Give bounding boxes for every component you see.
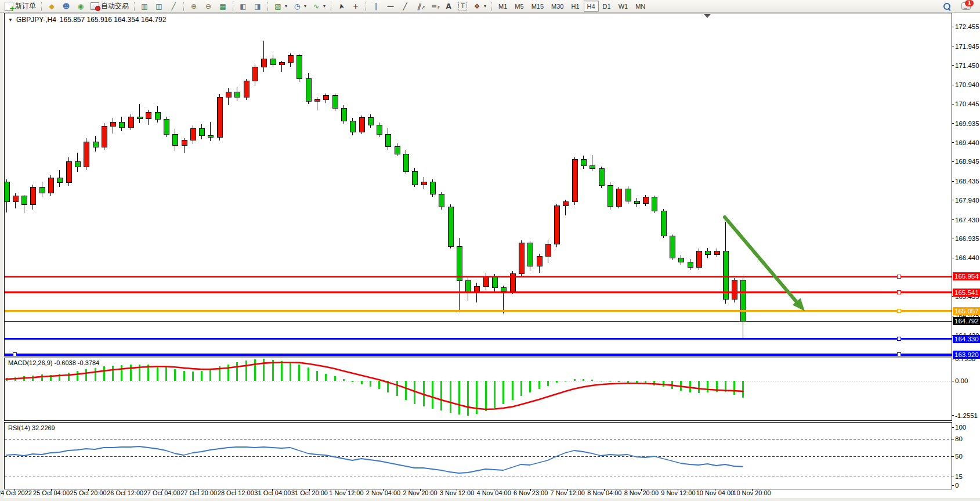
price-axis-label: 172.455 bbox=[955, 23, 980, 31]
rsi-axis-label: 80 bbox=[955, 435, 980, 443]
rsi-indicator-label: RSI(14) 32.2269 bbox=[8, 424, 55, 431]
timeframe-button-m5[interactable]: M5 bbox=[511, 1, 527, 12]
new-order-button[interactable]: 新订单 bbox=[2, 0, 38, 12]
time-axis-label: 25 Oct 20:00 bbox=[70, 489, 107, 496]
candle-chart-button[interactable]: ◫ bbox=[152, 0, 166, 12]
rsi-axis-label: 50 bbox=[955, 452, 980, 460]
profile-icon-button[interactable]: ☻ bbox=[59, 0, 73, 12]
candle-body bbox=[377, 125, 382, 135]
one-click-collapse-icon[interactable]: ▼ bbox=[8, 17, 13, 23]
candle-body bbox=[448, 207, 453, 247]
channel-button[interactable]: ∥E bbox=[413, 0, 426, 12]
chat-button[interactable]: 1 bbox=[959, 0, 973, 12]
candle-body bbox=[501, 288, 506, 291]
time-axis-label: 8 Nov 04:00 bbox=[587, 489, 621, 496]
timeframe-button-h4[interactable]: H4 bbox=[584, 1, 599, 12]
price-axis-label: 171.450 bbox=[955, 62, 980, 70]
price-axis-label: 166.440 bbox=[955, 254, 980, 262]
vertical-line-button[interactable]: | bbox=[369, 0, 383, 12]
candle-chart-icon: ◫ bbox=[154, 2, 164, 11]
arrange-windows-button[interactable]: ◨ bbox=[251, 0, 265, 12]
macd-axis-label: -1.2551 bbox=[955, 412, 980, 420]
new-chart-icon: ▧ bbox=[273, 2, 283, 11]
search-button[interactable] bbox=[941, 0, 953, 12]
line-anchor[interactable] bbox=[897, 309, 901, 313]
timeframe-button-h1[interactable]: H1 bbox=[567, 1, 583, 12]
time-axis-label: 26 Oct 12:00 bbox=[107, 489, 143, 496]
price-axis-label: 169.935 bbox=[955, 120, 980, 128]
candle-body bbox=[643, 197, 648, 204]
chart-canvas[interactable] bbox=[3, 13, 980, 498]
line-anchor[interactable] bbox=[897, 353, 901, 356]
candle-body bbox=[288, 56, 293, 63]
chart-title: ▼ GBPJPY-,H4 165.857 165.916 164.354 164… bbox=[8, 16, 166, 24]
period-button[interactable]: ◷▾ bbox=[290, 0, 309, 12]
new-chart-button[interactable]: ▧▾ bbox=[271, 0, 290, 12]
line-chart-button[interactable]: ╱ bbox=[167, 0, 180, 12]
candle-body bbox=[465, 280, 471, 291]
time-axis-label: 1 Nov 12:00 bbox=[329, 489, 363, 496]
arrows-button[interactable]: ❖▾ bbox=[470, 0, 489, 12]
timeframe-button-mn[interactable]: MN bbox=[632, 1, 649, 12]
horizontal-line-button[interactable]: — bbox=[384, 0, 397, 12]
candle-body bbox=[439, 194, 444, 207]
candle-body bbox=[146, 113, 151, 119]
price-badge-165.541: 165.541 bbox=[953, 289, 980, 297]
line-anchor[interactable] bbox=[897, 291, 901, 294]
time-axis-label: 25 Oct 04:00 bbox=[33, 489, 70, 496]
candle-body bbox=[110, 122, 115, 127]
tile-windows-button[interactable]: ▦ bbox=[216, 0, 230, 12]
candle-body bbox=[457, 246, 462, 280]
timeframe-button-m30[interactable]: M30 bbox=[548, 1, 567, 12]
notification-badge: 1 bbox=[965, 0, 974, 6]
candle-body bbox=[172, 134, 178, 146]
candle-body bbox=[66, 161, 71, 182]
auto-arrange-button[interactable]: ◧ bbox=[236, 0, 250, 12]
zoom-out-button[interactable]: ⊖ bbox=[201, 0, 215, 12]
candle-body bbox=[563, 202, 568, 206]
candle-body bbox=[545, 244, 551, 256]
trendline-button[interactable]: ╱ bbox=[398, 0, 412, 12]
price-badge-164.792: 164.792 bbox=[953, 317, 980, 325]
candle-body bbox=[155, 113, 160, 120]
fibonacci-button[interactable]: ≡F bbox=[427, 0, 441, 12]
candle-body bbox=[314, 99, 320, 101]
line-anchor[interactable] bbox=[897, 337, 901, 341]
candle-body bbox=[688, 262, 693, 267]
price-axis-label: 168.945 bbox=[955, 157, 980, 165]
candle-body bbox=[208, 136, 213, 138]
toolbar-separator bbox=[134, 2, 135, 11]
zoom-in-button[interactable]: ⊕ bbox=[187, 0, 201, 12]
line-anchor[interactable] bbox=[13, 353, 16, 356]
autotrade-button[interactable]: 自动交易 bbox=[88, 0, 131, 12]
cursor-button[interactable]: ➤ bbox=[334, 0, 348, 12]
signals-icon-button[interactable]: ◉ bbox=[74, 0, 88, 12]
arrange-windows-icon: ◨ bbox=[253, 2, 262, 11]
timeframe-button-m15[interactable]: M15 bbox=[528, 1, 547, 12]
indicators-button[interactable]: ∿▾ bbox=[309, 0, 328, 12]
metatrader-window: 新订单◆☻◉自动交易▥◫╱⊕⊖▦◧◨▧▾◷▾∿▾➤+|—╱∥E≡FAT❖▾M1M… bbox=[0, 0, 980, 501]
time-axis-label: 10 Nov 20:00 bbox=[733, 489, 771, 496]
toolbar: 新订单◆☻◉自动交易▥◫╱⊕⊖▦◧◨▧▾◷▾∿▾➤+|—╱∥E≡FAT❖▾M1M… bbox=[0, 0, 980, 13]
rsi-pane[interactable] bbox=[5, 423, 952, 489]
main-pane[interactable] bbox=[5, 13, 952, 356]
timeframe-button-w1[interactable]: W1 bbox=[615, 1, 632, 12]
time-axis-label: 24 Oct 2022 bbox=[0, 489, 32, 496]
candle-body bbox=[412, 171, 417, 185]
candle-body bbox=[137, 117, 142, 119]
bar-chart-button[interactable]: ▥ bbox=[138, 0, 151, 12]
chart-window[interactable]: ▼ GBPJPY-,H4 165.857 165.916 164.354 164… bbox=[3, 13, 980, 498]
toolbar-separator bbox=[233, 2, 233, 11]
timeframe-button-m1[interactable]: M1 bbox=[495, 1, 511, 12]
chart-symbol-period: GBPJPY-,H4 bbox=[16, 16, 56, 24]
crosshair-button[interactable]: + bbox=[349, 0, 363, 12]
candle-body bbox=[57, 178, 62, 182]
text-button[interactable]: A bbox=[442, 0, 455, 12]
charts-icon-button[interactable]: ◆ bbox=[45, 0, 59, 12]
timeframe-button-d1[interactable]: D1 bbox=[599, 1, 614, 12]
chart-ohlc-values: 165.857 165.916 164.354 164.792 bbox=[60, 16, 167, 24]
line-anchor[interactable] bbox=[897, 275, 901, 278]
text-label-button[interactable]: T bbox=[456, 0, 469, 12]
toolbar-separator bbox=[267, 2, 268, 11]
time-axis-label: 9 Nov 12:00 bbox=[661, 489, 695, 496]
